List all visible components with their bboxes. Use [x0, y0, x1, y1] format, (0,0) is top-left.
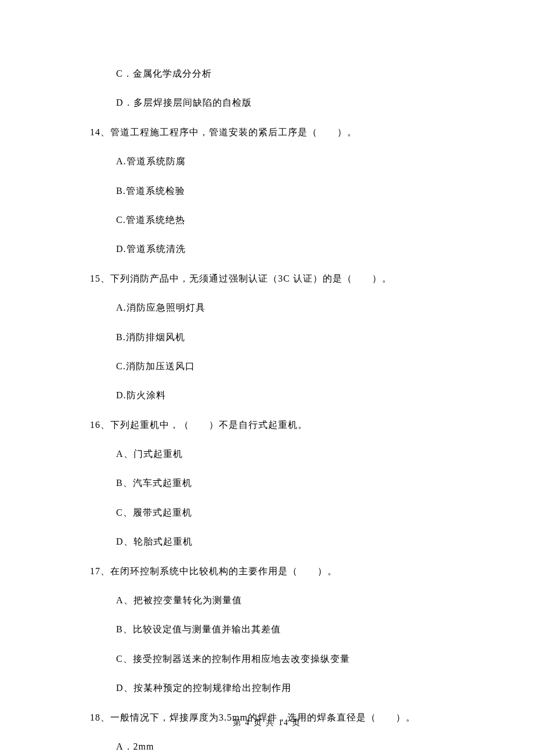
option-c-orphan: C．金属化学成分分析	[116, 67, 476, 80]
q16-option-d: D、轮胎式起重机	[116, 535, 476, 548]
question-16: 16、下列起重机中，（ ）不是自行式起重机。	[90, 419, 476, 431]
q17-option-a: A、把被控变量转化为测量值	[116, 594, 476, 607]
q17-option-c: C、接受控制器送来的控制作用相应地去改变操纵变量	[116, 653, 476, 665]
q15-option-a: A.消防应急照明灯具	[116, 301, 476, 314]
q17-option-b: B、比较设定值与测量值并输出其差值	[116, 623, 476, 636]
document-content: C．金属化学成分分析 D．多层焊接层间缺陷的自检版 14、管道工程施工程序中，管…	[0, 0, 534, 756]
q15-option-b: B.消防排烟风机	[116, 331, 476, 344]
q17-option-d: D、按某种预定的控制规律给出控制作用	[116, 682, 476, 694]
q16-option-b: B、汽车式起重机	[116, 477, 476, 489]
q15-option-c: C.消防加压送风口	[116, 360, 476, 373]
q18-option-a: A．2mm	[116, 740, 476, 753]
q16-option-a: A、门式起重机	[116, 448, 476, 460]
question-15: 15、下列消防产品中，无须通过强制认证（3C 认证）的是（ ）。	[90, 272, 476, 285]
q16-option-c: C、履带式起重机	[116, 506, 476, 519]
q14-option-c: C.管道系统绝热	[116, 214, 476, 226]
q15-option-d: D.防火涂料	[116, 389, 476, 402]
q14-option-a: A.管道系统防腐	[116, 155, 476, 168]
page-footer: 第 4 页 共 14 页	[0, 718, 534, 728]
option-d-orphan: D．多层焊接层间缺陷的自检版	[116, 96, 476, 109]
question-14: 14、管道工程施工程序中，管道安装的紧后工序是（ ）。	[90, 126, 476, 139]
question-17: 17、在闭环控制系统中比较机构的主要作用是（ ）。	[90, 565, 476, 578]
q14-option-d: D.管道系统清洗	[116, 243, 476, 255]
q14-option-b: B.管道系统检验	[116, 185, 476, 197]
